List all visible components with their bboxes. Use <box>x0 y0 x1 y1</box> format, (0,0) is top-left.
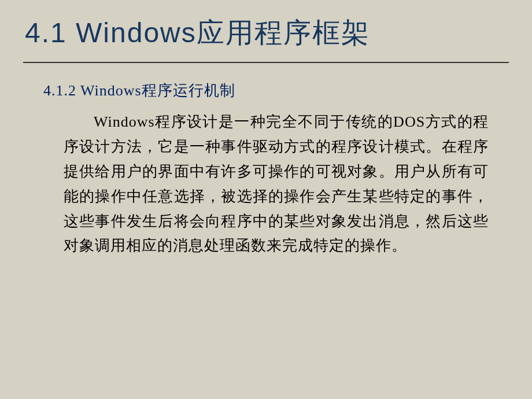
title-divider <box>23 62 509 63</box>
main-title: 4.1 Windows应用程序框架 <box>23 14 509 51</box>
slide-container: 4.1 Windows应用程序框架 4.1.2 Windows程序运行机制 Wi… <box>0 0 532 258</box>
subtitle: 4.1.2 Windows程序运行机制 <box>23 80 509 101</box>
body-paragraph: Windows程序设计是一种完全不同于传统的DOS方式的程序设计方法，它是一种事… <box>23 110 509 258</box>
